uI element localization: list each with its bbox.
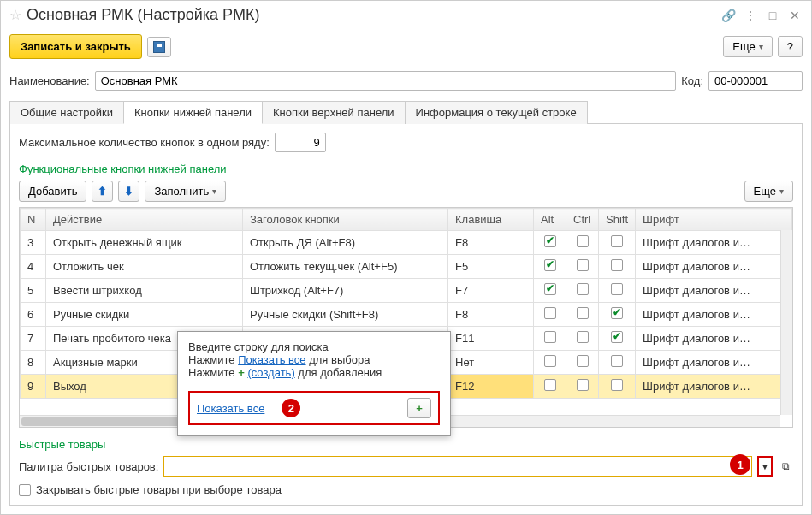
functional-buttons-header: Функциональные кнопки нижней панели [19, 163, 793, 175]
arrow-up-icon: ⬆ [98, 185, 107, 198]
ctrl-checkbox[interactable] [577, 331, 589, 343]
more-button[interactable]: Еще [723, 36, 772, 57]
link-icon[interactable]: 🔗 [720, 8, 736, 23]
alt-checkbox[interactable] [544, 235, 556, 247]
code-input[interactable] [708, 71, 803, 91]
alt-checkbox[interactable] [544, 283, 556, 295]
shift-checkbox[interactable] [611, 283, 623, 295]
shift-checkbox[interactable] [611, 307, 623, 319]
add-row-button[interactable]: Добавить [19, 181, 86, 202]
move-down-button[interactable]: ⬇ [118, 181, 139, 202]
col-n[interactable]: N [21, 209, 46, 231]
popup-footer-show-all[interactable]: Показать все [197, 402, 264, 415]
tab-top-buttons[interactable]: Кнопки верхней панели [262, 101, 406, 124]
ctrl-checkbox[interactable] [577, 307, 589, 319]
save-icon [153, 41, 165, 53]
table-row[interactable]: 5Ввести штрихкодШтрихкод (Alt+F7)F7Шрифт… [21, 279, 792, 303]
close-on-pick-label: Закрывать быстрые товары при выборе това… [36, 483, 282, 496]
tab-bottom-buttons[interactable]: Кнопки нижней панели [123, 101, 263, 124]
col-ctrl[interactable]: Ctrl [566, 209, 599, 231]
tab-row-info[interactable]: Информация о текущей строке [405, 101, 588, 124]
alt-checkbox[interactable] [544, 307, 556, 319]
palette-label: Палитра быстрых товаров: [19, 460, 158, 473]
shift-checkbox[interactable] [611, 379, 623, 391]
shift-checkbox[interactable] [611, 235, 623, 247]
palette-open-button[interactable]: ⧉ [778, 460, 793, 472]
alt-checkbox[interactable] [544, 259, 556, 271]
move-up-button[interactable]: ⬆ [92, 181, 113, 202]
max-buttons-input[interactable] [275, 133, 326, 152]
alt-checkbox[interactable] [544, 355, 556, 367]
palette-input[interactable] [163, 456, 752, 477]
alt-checkbox[interactable] [544, 331, 556, 343]
name-input[interactable] [95, 71, 677, 91]
arrow-down-icon: ⬇ [124, 185, 133, 198]
col-header[interactable]: Заголовок кнопки [243, 209, 448, 231]
fill-button[interactable]: Заполнить [145, 181, 226, 202]
favorite-star-icon[interactable]: ☆ [9, 7, 21, 23]
name-label: Наименование: [9, 74, 90, 87]
ctrl-checkbox[interactable] [577, 259, 589, 271]
popup-hint-search: Введите строку для поиска [188, 340, 440, 353]
annotation-2: 2 [282, 399, 300, 417]
popup-create-link[interactable]: (создать) [247, 366, 294, 379]
table-more-button[interactable]: Еще [744, 181, 793, 202]
annotation-1: 1 [730, 454, 750, 475]
page-title: Основная РМК (Настройка РМК) [27, 6, 720, 24]
save-and-close-button[interactable]: Записать и закрыть [9, 34, 142, 59]
window-close-icon[interactable]: ✕ [787, 8, 803, 23]
plus-icon: + [238, 366, 247, 379]
col-key[interactable]: Клавиша [448, 209, 534, 231]
ctrl-checkbox[interactable] [577, 355, 589, 367]
col-action[interactable]: Действие [46, 209, 243, 231]
table-row[interactable]: 6Ручные скидкиРучные скидки (Shift+F8)F8… [21, 303, 792, 327]
dropdown-popup: Введите строку для поиска Нажмите Показа… [177, 331, 451, 436]
max-buttons-label: Максимальное количество кнопок в одном р… [19, 136, 270, 149]
table-row[interactable]: 3Открыть денежный ящикОткрыть ДЯ (Alt+F8… [21, 231, 792, 255]
col-shift[interactable]: Shift [599, 209, 636, 231]
close-on-pick-checkbox[interactable] [19, 484, 31, 496]
col-font[interactable]: Шрифт [636, 209, 792, 231]
shift-checkbox[interactable] [611, 259, 623, 271]
help-button[interactable]: ? [778, 36, 803, 57]
chevron-down-icon: ▼ [761, 462, 769, 471]
alt-checkbox[interactable] [544, 379, 556, 391]
window-maximize-icon[interactable]: □ [765, 8, 780, 23]
save-button[interactable] [147, 37, 171, 57]
vertical-scrollbar[interactable] [780, 230, 792, 415]
popup-add-button[interactable]: + [407, 398, 431, 418]
tab-general[interactable]: Общие настройки [9, 101, 124, 124]
code-label: Код: [681, 74, 703, 87]
table-row[interactable]: 4Отложить чекОтложить текущ.чек (Alt+F5)… [21, 255, 792, 279]
col-alt[interactable]: Alt [534, 209, 566, 231]
quick-goods-header: Быстрые товары [19, 438, 793, 451]
shift-checkbox[interactable] [611, 355, 623, 367]
palette-dropdown-button[interactable]: ▼ [757, 456, 773, 477]
ctrl-checkbox[interactable] [577, 379, 589, 391]
kebab-menu-icon[interactable]: ⋮ [743, 8, 758, 23]
shift-checkbox[interactable] [611, 331, 623, 343]
popup-show-all-link[interactable]: Показать все [238, 353, 305, 366]
ctrl-checkbox[interactable] [577, 235, 589, 247]
ctrl-checkbox[interactable] [577, 283, 589, 295]
